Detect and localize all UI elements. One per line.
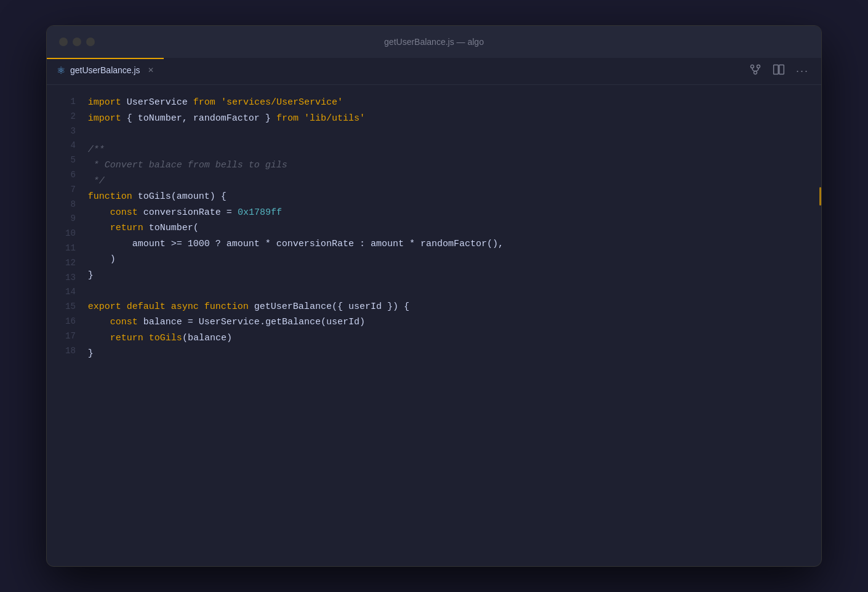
editor-window: getUserBalance.js — algo ⚛ getUserBalanc… <box>46 25 822 567</box>
code-line-1: import UserService from 'services/UserSe… <box>88 95 803 111</box>
code-line-4: /** <box>88 142 803 158</box>
code-line-8: const conversionRate = 0x1789ff <box>88 205 803 221</box>
line-numbers: 1 2 3 4 5 6 7 8 9 10 11 12 13 14 15 16 1… <box>47 95 88 556</box>
code-line-16: return toGils(balance) <box>88 330 803 346</box>
code-line-7: function toGils(amount) { <box>88 189 803 205</box>
tab-getUserBalance[interactable]: ⚛ getUserBalance.js ✕ <box>47 58 164 81</box>
minimize-button[interactable] <box>73 38 81 46</box>
close-button[interactable] <box>59 38 68 46</box>
code-line-2: import { toNumber, randomFactor } from '… <box>88 111 803 127</box>
code-line-3 <box>88 126 803 142</box>
code-line-11: ) <box>88 252 803 268</box>
scrollbar-indicator[interactable] <box>819 187 821 206</box>
code-line-15: const balance = UserService.getBalance(u… <box>88 314 803 330</box>
code-line-10: amount >= 1000 ? amount * conversionRate… <box>88 236 803 252</box>
code-line-13 <box>88 283 803 299</box>
code-line-6: */ <box>88 174 803 190</box>
code-line-9: return toNumber( <box>88 220 803 236</box>
tab-close-button[interactable]: ✕ <box>148 66 154 74</box>
maximize-button[interactable] <box>86 38 95 46</box>
split-editor-icon[interactable] <box>773 63 785 79</box>
svg-point-1 <box>757 65 760 68</box>
svg-rect-4 <box>779 65 784 74</box>
editor-area: 1 2 3 4 5 6 7 8 9 10 11 12 13 14 15 16 1… <box>47 85 821 566</box>
code-line-14: export default async function getUserBal… <box>88 299 803 315</box>
titlebar: getUserBalance.js — algo <box>47 26 821 58</box>
react-icon: ⚛ <box>57 65 65 76</box>
svg-point-0 <box>750 65 753 68</box>
source-control-icon[interactable] <box>749 63 762 79</box>
traffic-lights <box>59 38 95 46</box>
code-line-5: * Convert balace from bells to gils <box>88 158 803 174</box>
tab-label: getUserBalance.js <box>70 65 140 75</box>
code-line-17: } <box>88 346 803 362</box>
window-title: getUserBalance.js — algo <box>384 37 484 47</box>
svg-rect-3 <box>774 65 779 74</box>
code-line-18 <box>88 362 803 378</box>
code-line-12: } <box>88 268 803 284</box>
code-editor[interactable]: import UserService from 'services/UserSe… <box>88 95 821 556</box>
more-actions-icon[interactable]: ··· <box>796 65 809 78</box>
